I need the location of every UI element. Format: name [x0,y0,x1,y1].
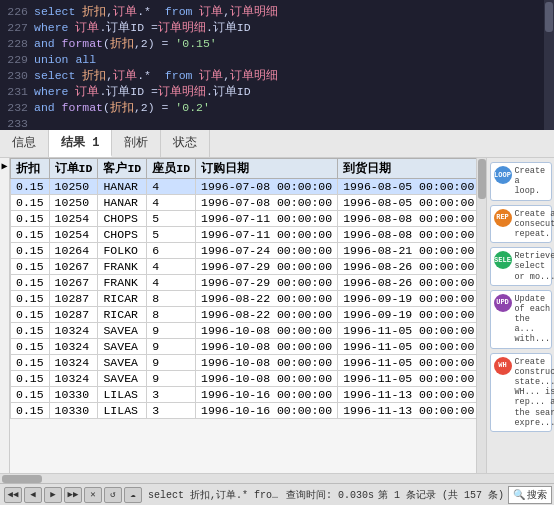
table-row[interactable]: 0.1510254CHOPS51996-07-11 00:00:001996-0… [11,211,477,227]
results-area: ▶ 折扣订单ID客户ID座员ID订购日期到货日期 0.1510250HANAR4… [0,158,554,473]
line-number: 226 [6,4,34,20]
toolbar-btn-6[interactable]: ☁ [124,487,142,503]
table-cell: 8 [147,291,196,307]
sidebar-item-rep[interactable]: REPCreate a consecutive repeat. [490,205,552,244]
sidebar-item-sel[interactable]: SELERetrieve select or mo... [490,247,552,286]
table-cell: 0.15 [11,355,50,371]
table-cell: RICAR [98,307,147,323]
row-arrow: ▶ [0,158,9,176]
editor-scrollbar-thumb[interactable] [545,2,553,32]
code-line: 232and format(折扣,2) = '0.2' [6,100,548,116]
table-row[interactable]: 0.1510250HANAR41996-07-08 00:00:001996-0… [11,179,477,195]
table-cell: 1996-07-11 00:00:00 [196,227,338,243]
table-cell: 1996-08-21 00:00:00 [338,243,476,259]
sidebar-item-upd[interactable]: UPDUpdate of each the a... with... [490,290,552,349]
code-line: 233 [6,116,548,130]
table-cell: 1996-10-08 00:00:00 [196,355,338,371]
table-row[interactable]: 0.1510324SAVEA91996-10-08 00:00:001996-1… [11,371,477,387]
toolbar-btn-4[interactable]: ✕ [84,487,102,503]
status-right: 查询时间: 0.030s 第 1 条记录 (共 157 条) 🔍 搜索 [286,486,552,504]
table-cell: 1996-07-24 00:00:00 [196,243,338,259]
code-token: 折扣 [82,69,106,82]
table-cell: 9 [147,323,196,339]
upd-icon: UPD [494,294,512,312]
table-cell: 10250 [49,195,98,211]
table-cell: 1996-10-08 00:00:00 [196,339,338,355]
line-content: where 订单.订单ID =订单明细.订单ID [34,20,548,36]
tab-result1[interactable]: 结果 1 [49,130,112,157]
code-token: where [34,21,75,34]
table-cell: 9 [147,339,196,355]
bottom-toolbar: ◀◀◀▶▶▶✕↺☁ select 折扣,订单.* from 订单,订单明细 wh… [0,483,554,505]
table-row[interactable]: 0.1510250HANAR41996-07-08 00:00:001996-0… [11,195,477,211]
table-cell: 0.15 [11,371,50,387]
table-cell: FOLKO [98,243,147,259]
search-box[interactable]: 🔍 搜索 [508,486,552,504]
toolbar-btn-2[interactable]: ▶ [44,487,62,503]
table-cell: 10330 [49,387,98,403]
table-cell: 6 [147,243,196,259]
results-table: 折扣订单ID客户ID座员ID订购日期到货日期 0.1510250HANAR419… [10,158,476,419]
code-line: 228and format(折扣,2) = '0.15' [6,36,548,52]
table-cell: 0.15 [11,211,50,227]
table-row[interactable]: 0.1510287RICAR81996-08-22 00:00:001996-0… [11,291,477,307]
table-cell: 1996-07-11 00:00:00 [196,211,338,227]
table-cell: 10287 [49,307,98,323]
code-token: 订单明细 [230,5,278,18]
tab-info[interactable]: 信息 [0,130,49,157]
line-number: 229 [6,52,34,68]
code-line: 229union all [6,52,548,68]
search-label[interactable]: 搜索 [527,488,547,502]
table-container[interactable]: 折扣订单ID客户ID座员ID订购日期到货日期 0.1510250HANAR419… [10,158,476,473]
toolbar-btn-1[interactable]: ◀ [24,487,42,503]
toolbar-btn-5[interactable]: ↺ [104,487,122,503]
vertical-scrollbar[interactable] [476,158,486,473]
toolbar-btn-3[interactable]: ▶▶ [64,487,82,503]
table-row[interactable]: 0.1510267FRANK41996-07-29 00:00:001996-0… [11,275,477,291]
table-cell: SAVEA [98,323,147,339]
code-token: and [34,37,62,50]
code-token: 订单 [113,69,137,82]
table-row[interactable]: 0.1510254CHOPS51996-07-11 00:00:001996-0… [11,227,477,243]
sidebar-item-wh[interactable]: WHCreate construct, state... a WH... is … [490,353,552,432]
rep-icon: REP [494,209,512,227]
code-token: ,2) = [134,101,175,114]
table-cell: LILAS [98,387,147,403]
table-cell: 10287 [49,291,98,307]
table-row[interactable]: 0.1510330LILAS31996-10-16 00:00:001996-1… [11,403,477,419]
code-editor[interactable]: 226select 折扣,订单.* from 订单,订单明细227where 订… [0,0,554,130]
table-row[interactable]: 0.1510324SAVEA91996-10-08 00:00:001996-1… [11,323,477,339]
sidebar-item-loop[interactable]: LOOPCreate a loop. [490,162,552,201]
table-cell: 1996-10-08 00:00:00 [196,371,338,387]
table-row[interactable]: 0.1510324SAVEA91996-10-08 00:00:001996-1… [11,339,477,355]
table-row[interactable]: 0.1510330LILAS31996-10-16 00:00:001996-1… [11,387,477,403]
horizontal-scrollbar-thumb[interactable] [2,475,42,483]
table-cell: SAVEA [98,371,147,387]
table-cell: 1996-08-05 00:00:00 [338,179,476,195]
table-row[interactable]: 0.1510264FOLKO61996-07-24 00:00:001996-0… [11,243,477,259]
table-cell: 0.15 [11,339,50,355]
table-cell: HANAR [98,195,147,211]
table-cell: 10267 [49,259,98,275]
tab-status[interactable]: 状态 [161,130,210,157]
sel-text: Retrieve select or mo... [515,251,555,282]
table-cell: 1996-08-22 00:00:00 [196,307,338,323]
code-token: 订单 [199,69,223,82]
loop-icon: LOOP [494,166,512,184]
tab-profile[interactable]: 剖析 [112,130,161,157]
table-cell: LILAS [98,403,147,419]
table-row[interactable]: 0.1510267FRANK41996-07-29 00:00:001996-0… [11,259,477,275]
column-header: 座员ID [147,159,196,179]
toolbar-btn-0[interactable]: ◀◀ [4,487,22,503]
table-row[interactable]: 0.1510324SAVEA91996-10-08 00:00:001996-1… [11,355,477,371]
code-token: .订单ID = [99,85,158,98]
table-row[interactable]: 0.1510287RICAR81996-08-22 00:00:001996-0… [11,307,477,323]
editor-scrollbar[interactable] [544,0,554,130]
horizontal-scrollbar[interactable] [0,473,554,483]
line-content: and format(折扣,2) = '0.2' [34,100,548,116]
vertical-scrollbar-thumb[interactable] [478,159,486,199]
code-line: 226select 折扣,订单.* from 订单,订单明细 [6,4,548,20]
code-token: from [165,5,200,18]
table-cell: 4 [147,259,196,275]
column-header: 折扣 [11,159,50,179]
